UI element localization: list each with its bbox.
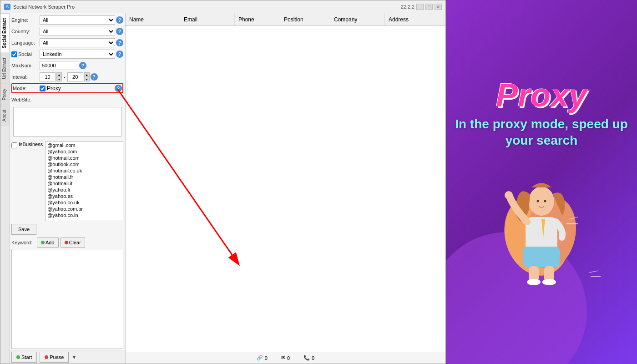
engine-select[interactable]: All Google Bing — [40, 15, 115, 25]
maxnum-help-button[interactable]: ? — [79, 62, 86, 69]
interval-max-input[interactable] — [67, 72, 83, 81]
links-icon: 🔗 — [257, 355, 263, 361]
col-url: Url — [444, 13, 445, 25]
interval-min-down[interactable]: ▼ — [56, 77, 62, 81]
website-area — [11, 106, 123, 139]
status-bar: 🔗 0 ✉ 0 📞 0 — [126, 352, 445, 364]
svg-point-7 — [529, 187, 554, 216]
mode-checkbox[interactable] — [40, 86, 46, 91]
mode-label: Mode: — [13, 86, 38, 91]
close-button[interactable]: ✕ — [435, 4, 442, 10]
promo-subtitle: In the proxy mode, speed up your search — [446, 116, 637, 149]
promo-panel: Proxy In the proxy mode, speed up your s… — [446, 0, 637, 364]
email-domain-item[interactable]: @yahoo.co.in — [46, 212, 123, 218]
email-icon: ✉ — [281, 355, 285, 361]
save-row: Save — [10, 222, 125, 237]
interval-help-button[interactable]: ? — [91, 73, 98, 81]
email-domain-item[interactable]: @yahoo.es — [46, 193, 123, 199]
email-domain-list: @gmail.com@yahoo.com@hotmail.com@outlook… — [45, 142, 123, 221]
maxnum-input[interactable] — [40, 61, 78, 70]
svg-rect-6 — [523, 247, 560, 267]
title-bar: S Social Network Scraper Pro 22.2.2 – □ … — [0, 0, 445, 13]
side-tabs: Social Extract Url Extract Proxy About — [0, 13, 10, 364]
language-select[interactable]: All — [40, 38, 115, 47]
app-icon: S — [4, 4, 10, 10]
maximize-button[interactable]: □ — [425, 4, 433, 10]
interval-min-input[interactable] — [40, 72, 56, 81]
social-label: Social — [18, 51, 32, 57]
engine-help-button[interactable]: ? — [116, 16, 123, 24]
col-phone: Phone — [235, 13, 280, 25]
interval-max-up[interactable]: ▲ — [84, 72, 90, 77]
email-domain-item[interactable]: @hotmail.com — [46, 155, 123, 161]
email-domain-item[interactable]: @yahoo.com — [46, 148, 123, 155]
save-button[interactable]: Save — [11, 224, 36, 235]
email-domain-item[interactable]: @yahoo.co.uk — [46, 199, 123, 206]
email-domain-item[interactable]: @hotmail.it — [46, 180, 123, 187]
svg-point-9 — [544, 200, 546, 202]
add-icon — [41, 241, 45, 244]
mode-value-label: Proxy — [47, 85, 61, 91]
country-label: Country: — [11, 29, 40, 34]
keyword-label: Keyword: — [11, 240, 35, 245]
svg-point-8 — [537, 200, 539, 202]
clear-button[interactable]: Clear — [61, 238, 85, 248]
interval-min-up[interactable]: ▲ — [56, 72, 62, 77]
social-row: Social LinkedIn Twitter ? — [11, 49, 123, 59]
country-help-button[interactable]: ? — [116, 28, 123, 35]
tab-url-extract[interactable]: Url Extract — [0, 53, 9, 84]
grid-body — [126, 26, 445, 352]
grid-header: Name Email Phone Position Company Addres… — [126, 13, 445, 26]
language-row: Language: All ? — [11, 38, 123, 48]
tab-about[interactable]: About — [0, 105, 9, 126]
keyword-area: Keyword: Add Clear — [10, 237, 125, 350]
left-panel: Engine: All Google Bing ? Country: — [10, 13, 126, 364]
business-area: IsBusiness @gmail.com@yahoo.com@hotmail.… — [10, 141, 125, 222]
maxnum-label: MaxNum: — [11, 63, 40, 68]
website-row: WebSite: — [11, 95, 123, 105]
phone-count: 0 — [312, 355, 314, 361]
col-company: Company — [330, 13, 385, 25]
website-textarea[interactable] — [13, 107, 121, 136]
email-domain-item[interactable]: @gmail.com — [46, 142, 123, 148]
maxnum-row: MaxNum: ? — [11, 61, 123, 71]
social-select[interactable]: LinkedIn Twitter — [40, 50, 115, 59]
country-select[interactable]: All — [40, 27, 115, 36]
social-checkbox[interactable] — [11, 51, 17, 57]
engine-row: Engine: All Google Bing ? — [11, 15, 123, 25]
clear-icon — [65, 241, 68, 244]
tab-proxy[interactable]: Proxy — [0, 84, 9, 105]
email-domain-item[interactable]: @hotmail.fr — [46, 174, 123, 180]
start-icon — [16, 355, 20, 359]
right-panel: Name Email Phone Position Company Addres… — [126, 13, 445, 364]
interval-label: Inteval: — [11, 74, 40, 80]
col-name: Name — [126, 13, 180, 25]
email-count: 0 — [287, 355, 290, 361]
links-count: 0 — [265, 355, 268, 361]
pause-icon — [45, 355, 48, 359]
svg-point-13 — [527, 279, 541, 285]
mode-help-button[interactable]: ? — [115, 85, 122, 92]
interval-max-down[interactable]: ▼ — [84, 77, 90, 81]
mode-row: Mode: Proxy ? — [11, 83, 123, 93]
social-help-button[interactable]: ? — [116, 51, 123, 58]
email-domain-item[interactable]: @outlook.com — [46, 161, 123, 167]
minimize-button[interactable]: – — [416, 4, 424, 10]
website-label: WebSite: — [11, 97, 40, 102]
start-button[interactable]: Start — [11, 352, 37, 363]
pause-button[interactable]: Puase — [40, 352, 69, 363]
isbusiness-checkbox[interactable] — [11, 142, 17, 148]
language-help-button[interactable]: ? — [116, 39, 123, 46]
email-domain-item[interactable]: @hotmail.co.uk — [46, 167, 123, 174]
app-title: Social Network Scraper Pro — [13, 4, 75, 10]
keyword-textarea[interactable] — [11, 249, 123, 349]
version-label: 22.2.2 — [400, 4, 415, 10]
promo-character — [478, 158, 605, 285]
language-label: Language: — [11, 40, 40, 46]
tab-social-extract[interactable]: Social Extract — [0, 13, 9, 53]
col-address: Address — [385, 13, 444, 25]
email-domain-item[interactable]: @yahoo.com.br — [46, 206, 123, 212]
email-domain-item[interactable]: @yahoo.fr — [46, 187, 123, 193]
add-button[interactable]: Add — [37, 238, 59, 248]
col-position: Position — [280, 13, 330, 25]
